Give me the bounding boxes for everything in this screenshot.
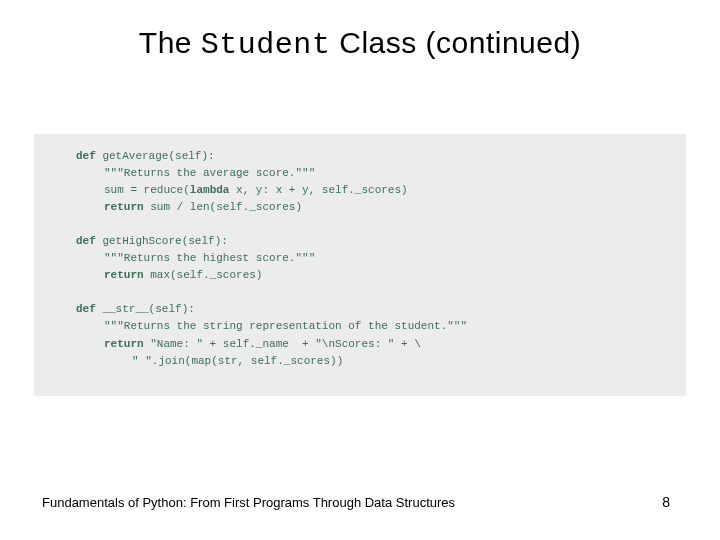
code-line: return max(self._scores) <box>48 267 672 284</box>
page-number: 8 <box>662 494 670 510</box>
keyword-return: return <box>104 201 144 213</box>
code-text: getHighScore(self): <box>96 235 228 247</box>
keyword-def: def <box>76 150 96 162</box>
code-line: def getAverage(self): <box>48 148 672 165</box>
code-text: x, y: x + y, self._scores) <box>229 184 407 196</box>
blank-line <box>48 284 672 301</box>
code-text: max(self._scores) <box>144 269 263 281</box>
code-text: """Returns the string representation of … <box>104 320 467 332</box>
keyword-def: def <box>76 303 96 315</box>
code-text: sum / len(self._scores) <box>144 201 302 213</box>
footer-text: Fundamentals of Python: From First Progr… <box>42 495 455 510</box>
code-text: getAverage(self): <box>96 150 215 162</box>
code-line: return sum / len(self._scores) <box>48 199 672 216</box>
code-line: """Returns the string representation of … <box>48 318 672 335</box>
code-line: def getHighScore(self): <box>48 233 672 250</box>
title-part2: Class (continued) <box>330 26 581 59</box>
code-line: return "Name: " + self._name + "\nScores… <box>48 336 672 353</box>
code-block: def getAverage(self):"""Returns the aver… <box>34 134 686 396</box>
code-text: "Name: " + self._name + "\nScores: " + \ <box>144 338 421 350</box>
code-text: " ".join(map(str, self._scores)) <box>132 355 343 367</box>
code-line: sum = reduce(lambda x, y: x + y, self._s… <box>48 182 672 199</box>
title-part1: The <box>139 26 201 59</box>
code-line: " ".join(map(str, self._scores)) <box>48 353 672 370</box>
code-line: def __str__(self): <box>48 301 672 318</box>
slide-title: The Student Class (continued) <box>0 26 720 62</box>
keyword-return: return <box>104 338 144 350</box>
code-text: sum = reduce( <box>104 184 190 196</box>
blank-line <box>48 216 672 233</box>
code-text: """Returns the average score.""" <box>104 167 315 179</box>
code-text: __str__(self): <box>96 303 195 315</box>
keyword-lambda: lambda <box>190 184 230 196</box>
title-mono: Student <box>201 28 331 62</box>
slide: The Student Class (continued) def getAve… <box>0 0 720 540</box>
code-line: """Returns the average score.""" <box>48 165 672 182</box>
keyword-return: return <box>104 269 144 281</box>
keyword-def: def <box>76 235 96 247</box>
code-line: """Returns the highest score.""" <box>48 250 672 267</box>
code-text: """Returns the highest score.""" <box>104 252 315 264</box>
